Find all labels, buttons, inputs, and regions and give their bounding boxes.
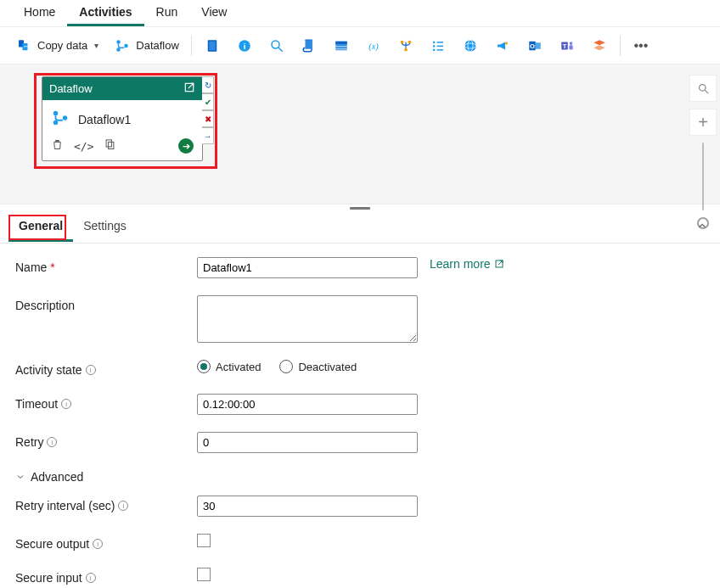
- retry-interval-input[interactable]: [197, 496, 418, 517]
- ellipsis-icon: •••: [633, 37, 650, 54]
- toolbar-separator: [620, 36, 621, 56]
- info-icon[interactable]: i: [47, 437, 57, 447]
- run-icon[interactable]: ➔: [178, 138, 194, 154]
- script-button[interactable]: [294, 31, 324, 61]
- azure-function-button[interactable]: [391, 31, 421, 61]
- retry-interval-label: Retry interval (sec): [15, 499, 115, 512]
- learn-more-link[interactable]: Learn more: [430, 257, 504, 271]
- name-input[interactable]: [197, 257, 418, 278]
- copy-icon[interactable]: [104, 138, 116, 154]
- radio-label: Activated: [216, 361, 261, 373]
- info-icon[interactable]: i: [93, 539, 103, 549]
- radio-deactivated[interactable]: Deactivated: [279, 360, 357, 373]
- svg-point-2: [117, 40, 121, 44]
- web-button[interactable]: [455, 31, 486, 61]
- pipeline-canvas[interactable]: Dataflow Dataflow1 </> ➔ ↻ ✔: [0, 64, 720, 204]
- radio-activated[interactable]: Activated: [197, 360, 261, 373]
- magnifier-icon: [268, 37, 285, 54]
- nav-tab-run[interactable]: Run: [144, 0, 190, 26]
- svg-point-40: [63, 115, 68, 120]
- flow-icon: [397, 37, 414, 54]
- timeout-label: Timeout: [15, 397, 58, 411]
- info-icon[interactable]: i: [86, 365, 96, 375]
- delete-icon[interactable]: [51, 138, 64, 154]
- sproc-button[interactable]: [326, 31, 357, 61]
- retry-label: Retry: [15, 435, 43, 449]
- svg-line-10: [278, 48, 283, 52]
- svg-rect-13: [335, 41, 347, 43]
- activity-node-dataflow[interactable]: Dataflow Dataflow1 </> ➔ ↻ ✔: [42, 76, 203, 161]
- advanced-toggle[interactable]: Advanced: [15, 470, 705, 484]
- node-name: Dataflow1: [78, 113, 131, 126]
- secure-output-checkbox[interactable]: [197, 534, 211, 547]
- timeout-input[interactable]: [197, 394, 418, 415]
- toolbar-separator: [191, 36, 192, 56]
- retry-input[interactable]: [197, 432, 418, 453]
- info-icon: i: [236, 37, 253, 54]
- info-button[interactable]: i: [229, 31, 260, 61]
- open-icon[interactable]: [183, 81, 195, 96]
- globe-icon: [462, 37, 479, 54]
- outlook-icon: O: [526, 37, 543, 54]
- lookup-button[interactable]: [262, 31, 292, 61]
- notebook-icon: [204, 37, 221, 54]
- semantic-model-button[interactable]: [584, 31, 615, 61]
- secure-input-checkbox[interactable]: [197, 568, 211, 581]
- webhook-button[interactable]: [487, 31, 518, 61]
- svg-point-29: [505, 42, 508, 44]
- zoom-slider[interactable]: [702, 143, 704, 210]
- foreach-button[interactable]: [423, 31, 453, 61]
- svg-text:i: i: [243, 41, 245, 50]
- megaphone-icon: [494, 37, 511, 54]
- description-input[interactable]: [197, 295, 418, 343]
- svg-rect-6: [209, 41, 216, 50]
- notebook-button[interactable]: [197, 31, 228, 61]
- more-button[interactable]: •••: [626, 31, 656, 61]
- svg-rect-22: [433, 48, 435, 50]
- handle-skip-icon[interactable]: →: [202, 127, 214, 144]
- radio-icon: [197, 360, 211, 373]
- canvas-search-button[interactable]: [689, 75, 717, 102]
- required-indicator: *: [50, 260, 54, 274]
- split-handle[interactable]: [0, 204, 720, 211]
- nav-tab-activities[interactable]: Activities: [67, 0, 143, 26]
- info-icon[interactable]: i: [86, 573, 96, 583]
- handle-fail-icon[interactable]: ✖: [202, 110, 214, 127]
- property-tabs: General Settings: [0, 211, 720, 244]
- chevron-down-icon: ▾: [94, 41, 98, 50]
- svg-rect-32: [536, 42, 541, 49]
- description-label: Description: [15, 299, 75, 312]
- svg-rect-21: [433, 45, 435, 47]
- svg-text:O: O: [530, 42, 535, 50]
- secure-output-label: Secure output: [15, 537, 89, 551]
- nav-tab-view[interactable]: View: [189, 0, 239, 26]
- svg-line-44: [705, 90, 708, 93]
- node-toolbar: </> ➔: [42, 135, 202, 160]
- nav-tab-home[interactable]: Home: [12, 0, 67, 26]
- info-icon[interactable]: i: [118, 501, 128, 511]
- svg-point-43: [699, 84, 706, 91]
- info-icon[interactable]: i: [61, 399, 71, 409]
- table-icon: [333, 37, 350, 54]
- radio-icon: [279, 360, 293, 373]
- top-nav: Home Activities Run View: [0, 0, 720, 27]
- code-icon[interactable]: </>: [74, 140, 93, 153]
- svg-point-9: [272, 41, 279, 48]
- tab-settings[interactable]: Settings: [73, 212, 137, 242]
- canvas-tools: +: [689, 75, 717, 229]
- svg-point-38: [53, 111, 59, 116]
- canvas-zoom-in-button[interactable]: +: [689, 109, 717, 136]
- outlook-button[interactable]: O: [520, 31, 550, 61]
- dataflow-button[interactable]: Dataflow: [107, 31, 186, 61]
- svg-point-26: [464, 40, 476, 52]
- copy-data-button[interactable]: Copy data ▾: [8, 31, 105, 61]
- teams-button[interactable]: T: [552, 31, 582, 61]
- teams-icon: T: [559, 37, 576, 54]
- node-side-handles: ↻ ✔ ✖ →: [202, 76, 214, 144]
- variable-button[interactable]: (x): [358, 31, 389, 61]
- dataflow-icon: [114, 37, 131, 54]
- collapse-panel-button[interactable]: [693, 216, 712, 238]
- handle-success-icon[interactable]: ✔: [202, 93, 214, 110]
- handle-rotate-icon[interactable]: ↻: [202, 76, 214, 93]
- tab-general[interactable]: General: [8, 212, 73, 242]
